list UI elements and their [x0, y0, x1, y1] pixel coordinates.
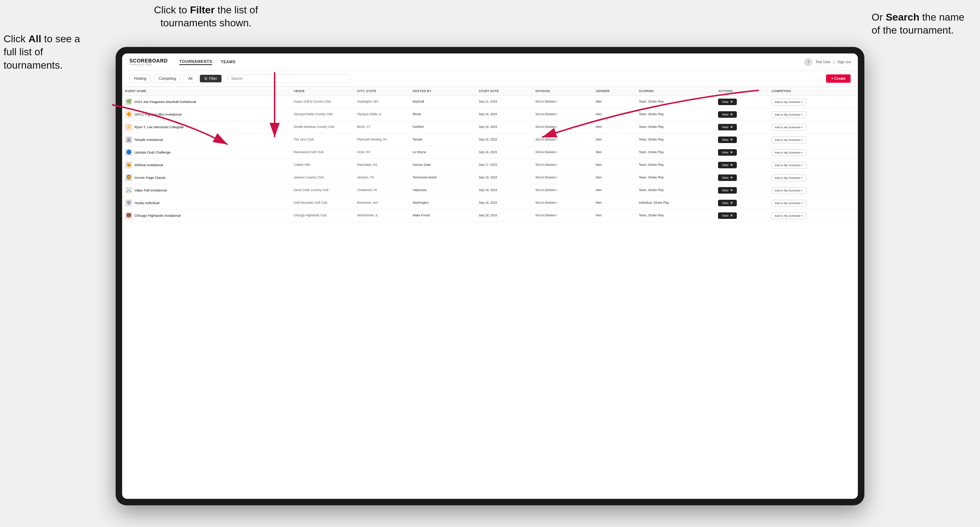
date-cell-4: Sep 16, 2023	[476, 146, 533, 159]
tab-hosting[interactable]: Hosting	[129, 75, 151, 83]
venue-cell-9: Chicago Highlands Club	[291, 210, 354, 222]
division-cell-8: NCAA Division I	[533, 197, 593, 210]
col-header-event: EVENT NAME	[122, 87, 291, 96]
nav-tournaments[interactable]: TOURNAMENTS	[179, 59, 212, 65]
event-name-5: Wildcat Invitational	[134, 163, 163, 167]
view-button-9[interactable]: View 👁	[718, 213, 737, 219]
add-schedule-button-8[interactable]: Add to My Schedule +	[772, 200, 807, 206]
nav-bar: SCOREBOARD Powered by clippd TOURNAMENTS…	[122, 54, 858, 71]
add-schedule-button-4[interactable]: Add to My Schedule +	[772, 149, 807, 156]
tab-all[interactable]: All	[184, 75, 197, 83]
city-cell-1: Olympia Fields, IL	[354, 108, 410, 121]
logo-area: SCOREBOARD Powered by clippd	[129, 58, 168, 66]
scoring-cell-2: Team, Stroke Play	[636, 121, 716, 133]
add-schedule-button-2[interactable]: Add to My Schedule +	[772, 124, 807, 131]
nav-teams[interactable]: TEAMS	[221, 60, 235, 65]
venue-cell-0: Guyan Golf & Country Club	[291, 96, 354, 108]
team-logo-7: ⚔️	[125, 187, 132, 194]
event-name-7: Valpo Fall Invitational	[134, 188, 167, 192]
add-schedule-button-6[interactable]: Add to My Schedule +	[772, 175, 807, 181]
scoring-cell-1: Team, Stroke Play	[636, 108, 716, 121]
add-schedule-button-0[interactable]: Add to My Schedule +	[772, 98, 807, 105]
team-logo-8: 🐺	[125, 199, 132, 206]
venue-cell-4: Ravenwood Golf Club	[291, 146, 354, 159]
view-button-1[interactable]: View 👁	[718, 111, 737, 118]
gender-cell-2: Men	[593, 121, 636, 133]
team-logo-0: 🌿	[125, 98, 132, 105]
actions-cell-4: View 👁	[715, 146, 768, 159]
event-cell-0: 🌿 2023 Joe Feaganes Marshall Invitationa…	[122, 96, 291, 108]
add-schedule-button-1[interactable]: Add to My Schedule +	[772, 111, 807, 118]
event-name-6: Grover Page Classic	[134, 176, 166, 180]
view-button-0[interactable]: View 👁	[718, 98, 737, 105]
tab-competing[interactable]: Competing	[154, 75, 181, 83]
event-cell-1: 🔶 OFCC Fighting Illini Invitational	[122, 108, 291, 121]
view-button-4[interactable]: View 👁	[718, 149, 737, 156]
create-button[interactable]: + Create	[826, 75, 851, 83]
hosted-cell-4: Le Moyne	[410, 146, 476, 159]
event-cell-9: 🐻 Chicago Highlands Invitational	[122, 210, 291, 222]
nav-separator: |	[834, 60, 835, 64]
date-cell-7: Sep 18, 2023	[476, 184, 533, 197]
avatar: T	[804, 58, 812, 66]
table-container: EVENT NAME VENUE CITY, STATE HOSTED BY S…	[122, 87, 858, 499]
competing-cell-1: Add to My Schedule +	[768, 108, 858, 121]
date-cell-5: Sep 17, 2023	[476, 159, 533, 171]
filter-button[interactable]: ☰ Filter	[200, 75, 221, 83]
gender-cell-8: Men	[593, 197, 636, 210]
division-cell-1: NCAA Division I	[533, 108, 593, 121]
hosted-cell-9: Wake Forest	[410, 210, 476, 222]
gender-cell-4: Men	[593, 146, 636, 159]
add-schedule-button-9[interactable]: Add to My Schedule +	[772, 213, 807, 219]
scoring-cell-6: Team, Stroke Play	[636, 171, 716, 184]
col-header-date: START DATE	[476, 87, 533, 96]
add-schedule-button-5[interactable]: Add to My Schedule +	[772, 162, 807, 169]
gender-cell-3: Men	[593, 133, 636, 146]
actions-cell-8: View 👁	[715, 197, 768, 210]
add-schedule-button-3[interactable]: Add to My Schedule +	[772, 137, 807, 143]
actions-cell-9: View 👁	[715, 210, 768, 222]
view-button-5[interactable]: View 👁	[718, 162, 737, 168]
view-button-3[interactable]: View 👁	[718, 137, 737, 143]
annotation-top: Click to Filter the list of tournaments …	[137, 3, 275, 30]
scoring-cell-0: Team, Stroke Play	[636, 96, 716, 108]
event-name-3: Temple Invitational	[134, 138, 163, 142]
toolbar: Hosting Competing All ☰ Filter + Create	[122, 71, 858, 87]
view-button-7[interactable]: View 👁	[718, 187, 737, 194]
competing-cell-4: Add to My Schedule +	[768, 146, 858, 159]
division-cell-7: NCAA Division I	[533, 184, 593, 197]
actions-cell-0: View 👁	[715, 96, 768, 108]
gender-cell-6: Men	[593, 171, 636, 184]
hosted-cell-2: Fairfield	[410, 121, 476, 133]
logo-text: SCOREBOARD	[129, 58, 168, 63]
view-button-8[interactable]: View 👁	[718, 200, 737, 206]
event-cell-5: 🐱 Wildcat Invitational	[122, 159, 291, 171]
add-schedule-button-7[interactable]: Add to My Schedule +	[772, 187, 807, 194]
date-cell-2: Sep 16, 2023	[476, 121, 533, 133]
team-logo-1: 🔶	[125, 111, 132, 118]
view-button-6[interactable]: View 👁	[718, 175, 737, 181]
venue-cell-8: Gold Mountain Golf Club	[291, 197, 354, 210]
city-cell-4: Victor, NY	[354, 146, 410, 159]
event-cell-4: 🔵 Upstate Dual Challenge	[122, 146, 291, 159]
col-header-venue: VENUE	[291, 87, 354, 96]
view-icon-1: 👁	[730, 113, 733, 116]
hosted-cell-1: Illinois	[410, 108, 476, 121]
search-input[interactable]	[227, 75, 350, 83]
city-cell-2: Berlin, CT	[354, 121, 410, 133]
table-row: 🐺 Husky Individual Gold Mountain Golf Cl…	[122, 197, 858, 210]
view-button-2[interactable]: View 👁	[718, 124, 737, 130]
team-logo-5: 🐱	[125, 162, 132, 169]
view-icon-5: 👁	[730, 163, 733, 167]
actions-cell-1: View 👁	[715, 108, 768, 121]
actions-cell-5: View 👁	[715, 159, 768, 171]
sign-out-link[interactable]: Sign out	[837, 60, 851, 64]
table-row: 🌿 2023 Joe Feaganes Marshall Invitationa…	[122, 96, 858, 108]
gender-cell-1: Men	[593, 108, 636, 121]
table-row: 🏛️ Temple Invitational The 1912 Club Ply…	[122, 133, 858, 146]
city-cell-3: Plymouth Meeting, PA	[354, 133, 410, 146]
date-cell-9: Sep 18, 2023	[476, 210, 533, 222]
table-row: 🦁 Grover Page Classic Jackson Country Cl…	[122, 171, 858, 184]
gender-cell-5: Men	[593, 159, 636, 171]
scoring-cell-5: Team, Stroke Play	[636, 159, 716, 171]
